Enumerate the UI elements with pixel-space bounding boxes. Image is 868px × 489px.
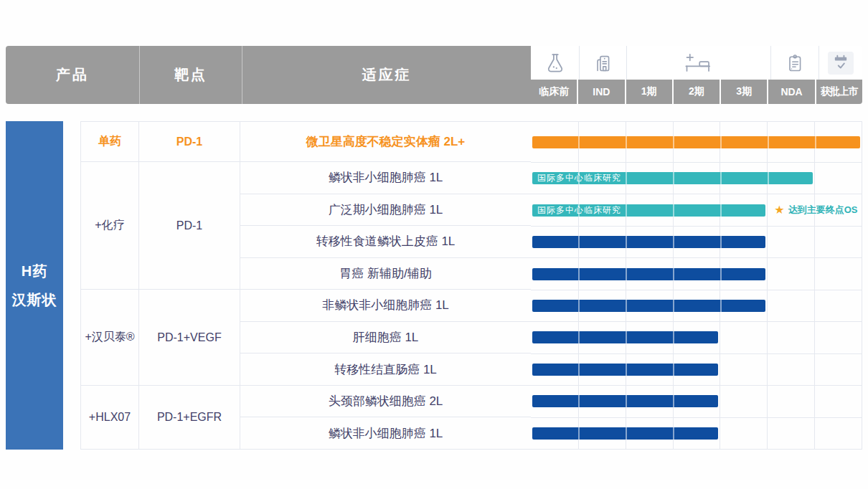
indication-label: 非鳞状非小细胞肺癌 1L bbox=[240, 290, 531, 322]
indication-label: 广泛期小细胞肺癌 1L bbox=[240, 194, 531, 227]
indication-label: 转移性食道鳞状上皮癌 1L bbox=[240, 226, 531, 258]
bar-label: 国际多中心临床研究 bbox=[532, 204, 621, 217]
pipeline-table: 单药 +化疗 +汉贝泰® +HLX07 PD-1 PD-1 PD-1+VEGF … bbox=[80, 121, 862, 450]
stage-icon-strip bbox=[531, 46, 862, 80]
stage-bar-row bbox=[531, 322, 862, 353]
flask-icon bbox=[531, 46, 579, 80]
indication-label: 转移性结直肠癌 1L bbox=[240, 353, 531, 386]
stage-bar-row bbox=[531, 227, 862, 258]
header-product: 产品 bbox=[6, 46, 139, 104]
indication-label: 鳞状非小细胞肺癌 1L bbox=[240, 162, 531, 194]
target-pd1-egfr: PD-1+EGFR bbox=[139, 386, 240, 450]
indication-label: 胃癌 新辅助/辅助 bbox=[240, 258, 531, 290]
stage-preclinical: 临床前 bbox=[531, 80, 577, 104]
calendar-check-chip bbox=[828, 52, 854, 75]
endpoint-annotation-text: 达到主要终点OS bbox=[788, 204, 858, 217]
stage-label-strip: 临床前 IND 1期 2期 3期 NDA 获批上市 bbox=[531, 80, 862, 104]
stage-bar-phase2 bbox=[532, 331, 718, 343]
stage-bar-phase2 bbox=[532, 395, 718, 407]
clipboard-icon bbox=[770, 46, 819, 80]
star-icon: ★ bbox=[774, 204, 784, 216]
stage-bar-row bbox=[531, 418, 862, 450]
stage-bar-phase2 bbox=[532, 427, 718, 440]
building-icon bbox=[579, 46, 626, 80]
stage-bar-row bbox=[531, 258, 862, 290]
endpoint-annotation: ★ 达到主要终点OS bbox=[774, 204, 857, 217]
calendar-check-icon bbox=[819, 46, 862, 80]
drug-name-line2: 汉斯状 bbox=[12, 290, 57, 310]
product-group-mono: 单药 bbox=[80, 121, 139, 162]
stage-bar-row bbox=[531, 386, 862, 417]
table-header: 产品 靶点 适应症 bbox=[6, 46, 531, 104]
stage-bar-nda: 国际多中心临床研究 bbox=[532, 172, 813, 184]
drug-sidebar: H药 汉斯状 bbox=[6, 121, 63, 450]
drug-name-line1: H药 bbox=[22, 262, 47, 281]
header-target: 靶点 bbox=[139, 46, 242, 104]
pipeline-chart: 产品 靶点 适应症 bbox=[0, 0, 868, 489]
stage-approved: 获批上市 bbox=[815, 80, 862, 104]
stage-bar-row bbox=[531, 122, 862, 163]
stage-phase1: 1期 bbox=[625, 80, 672, 104]
product-group-hanbeitai: +汉贝泰® bbox=[80, 290, 139, 386]
product-group-hlx07: +HLX07 bbox=[80, 386, 139, 450]
product-group-chemo: +化疗 bbox=[80, 162, 139, 290]
stage-chart-area: 国际多中心临床研究 国际多中心临床研究 ★ 达到主要终点OS bbox=[531, 121, 862, 450]
stage-phase2: 2期 bbox=[672, 80, 720, 104]
indication-label: 肝细胞癌 1L bbox=[240, 322, 531, 354]
stage-bar-phase3 bbox=[532, 300, 765, 312]
stage-bar-approved bbox=[532, 136, 860, 148]
hospital-bed-icon bbox=[626, 46, 770, 80]
stage-nda: NDA bbox=[767, 80, 814, 104]
stage-bar-row bbox=[531, 290, 862, 322]
stage-header: 临床前 IND 1期 2期 3期 NDA 获批上市 bbox=[531, 46, 862, 104]
bar-label: 国际多中心临床研究 bbox=[532, 172, 621, 184]
stage-bar-phase2 bbox=[532, 364, 718, 376]
indication-label: 鳞状非小细胞肺癌 1L bbox=[240, 417, 531, 450]
indication-label: 头颈部鳞状细胞癌 2L bbox=[240, 386, 531, 418]
target-pd1-vegf: PD-1+VEGF bbox=[139, 290, 240, 386]
stage-bar-row: 国际多中心临床研究 ★ 达到主要终点OS bbox=[531, 194, 862, 226]
stage-phase3: 3期 bbox=[720, 80, 767, 104]
stage-ind: IND bbox=[577, 80, 624, 104]
stage-bar-phase3 bbox=[532, 268, 765, 280]
target-pd1-mono: PD-1 bbox=[139, 121, 240, 162]
indication-label: 微卫星高度不稳定实体瘤 2L+ bbox=[240, 121, 531, 162]
stage-bar-phase3: 国际多中心临床研究 bbox=[532, 204, 765, 217]
header-indication: 适应症 bbox=[242, 46, 531, 104]
target-pd1-chemo: PD-1 bbox=[139, 162, 240, 290]
stage-bar-row bbox=[531, 354, 862, 386]
stage-bar-phase3 bbox=[532, 236, 765, 248]
stage-bar-row: 国际多中心临床研究 bbox=[531, 163, 862, 194]
